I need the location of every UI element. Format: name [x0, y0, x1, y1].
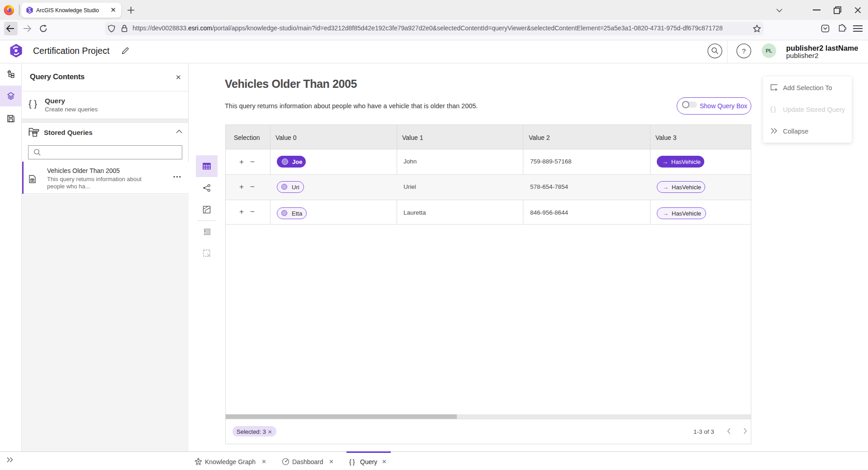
- svg-text:?: ?: [742, 47, 745, 55]
